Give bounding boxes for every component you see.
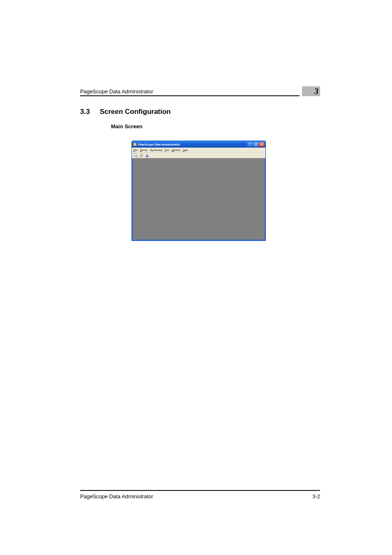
page-footer-rule	[80, 490, 320, 491]
menu-device-label: evice	[142, 149, 148, 151]
section-number: 3.3	[80, 108, 90, 116]
toolbar-button-user[interactable]	[145, 153, 150, 157]
menu-file-label: ile	[135, 149, 138, 151]
svg-line-4	[137, 157, 137, 157]
menu-file[interactable]: File	[134, 149, 138, 151]
menu-help[interactable]: Help	[183, 149, 188, 151]
user-icon	[145, 153, 149, 157]
document-page: PageScope Data Administrator 3 3.3 Scree…	[0, 0, 392, 555]
page-footer-title: PageScope Data Administrator	[80, 493, 153, 500]
window-title: PageScope Data Administrator	[138, 143, 247, 146]
subsection-title: Main Screen	[111, 123, 143, 130]
menu-help-label: elp	[184, 149, 188, 151]
page-header-rule	[80, 95, 300, 96]
chapter-number: 3	[314, 87, 318, 95]
menu-processing[interactable]: Processing	[150, 149, 162, 151]
menu-window[interactable]: Window	[172, 149, 180, 151]
titlebar[interactable]: PageScope Data Administrator _ ☐ ✕	[132, 141, 265, 148]
menu-device[interactable]: Device	[140, 149, 148, 151]
menu-processing-label: ocessing	[152, 149, 162, 151]
client-area	[133, 158, 265, 240]
printer-icon	[139, 153, 143, 157]
chapter-number-box: 3	[302, 86, 320, 96]
page-footer-number: 3-2	[312, 493, 320, 500]
section-title: Screen Configuration	[100, 108, 171, 116]
svg-rect-5	[140, 155, 143, 156]
document-search-icon	[134, 153, 138, 157]
window-buttons: _ ☐ ✕	[247, 142, 264, 147]
svg-rect-1	[134, 143, 135, 144]
app-icon	[133, 143, 137, 146]
svg-rect-7	[141, 156, 142, 157]
app-window: PageScope Data Administrator _ ☐ ✕ File …	[131, 141, 266, 241]
svg-point-8	[146, 154, 148, 155]
svg-rect-6	[141, 154, 142, 155]
page-header: PageScope Data Administrator 3	[80, 86, 320, 96]
minimize-button[interactable]: _	[247, 142, 253, 147]
toolbar-button-search-device[interactable]	[133, 153, 138, 157]
section-heading: 3.3 Screen Configuration	[80, 108, 320, 116]
figure-main-screen: PageScope Data Administrator _ ☐ ✕ File …	[131, 141, 266, 241]
toolbar-button-printer[interactable]	[139, 153, 144, 157]
close-button[interactable]: ✕	[259, 142, 264, 147]
maximize-button[interactable]: ☐	[253, 142, 258, 147]
menu-tool[interactable]: Tool	[165, 149, 169, 151]
menu-window-label: indow	[174, 149, 180, 151]
menu-tool-label: ool	[166, 149, 169, 151]
menubar: File Device Processing Tool Window Help	[132, 148, 265, 153]
toolbar	[132, 153, 265, 158]
